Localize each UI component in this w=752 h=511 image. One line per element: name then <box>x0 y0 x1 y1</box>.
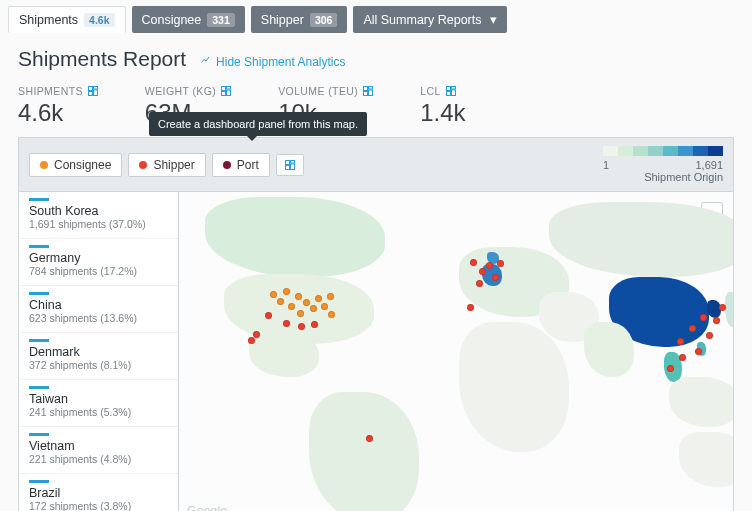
kpi-value: 1.4k <box>420 99 465 127</box>
layer-toggle-consignee[interactable]: Consignee <box>29 153 122 177</box>
dashboard-icon[interactable] <box>87 85 99 97</box>
svg-rect-16 <box>285 160 289 164</box>
list-item[interactable]: China623 shipments (13.6%) <box>19 286 178 333</box>
legend-min: 1 <box>603 159 609 171</box>
map-marker[interactable] <box>253 331 260 338</box>
map-marker[interactable] <box>248 337 255 344</box>
map-marker[interactable] <box>497 260 504 267</box>
tab-label: Consignee <box>142 13 202 27</box>
map-marker[interactable] <box>476 280 483 287</box>
map-marker[interactable] <box>310 305 317 312</box>
dashboard-icon <box>284 159 296 171</box>
list-item[interactable]: South Korea1,691 shipments (37.0%) <box>19 192 178 239</box>
svg-rect-18 <box>290 164 294 170</box>
country-name: Germany <box>29 251 168 265</box>
kpi-label: WEIGHT (KG) <box>145 85 216 97</box>
country-stats: 784 shipments (17.2%) <box>29 265 168 277</box>
svg-rect-5 <box>227 87 231 90</box>
kpi-row: SHIPMENTS4.6kWEIGHT (KG)63MVOLUME (TEU)1… <box>18 85 734 127</box>
svg-rect-2 <box>93 90 97 96</box>
tab-label: Shipper <box>261 13 304 27</box>
kpi-label: LCL <box>420 85 440 97</box>
world-map[interactable]: + − Google Map data ©2018 Terms of Use <box>179 192 733 511</box>
map-toolbar: Create a dashboard panel from this map. … <box>19 138 733 192</box>
svg-rect-11 <box>364 92 368 96</box>
accent-bar <box>29 433 49 436</box>
list-item[interactable]: Germany784 shipments (17.2%) <box>19 239 178 286</box>
legend-title: Shipment Origin <box>603 171 723 183</box>
country-list[interactable]: South Korea1,691 shipments (37.0%)German… <box>19 192 179 511</box>
tab-all-summary-reports[interactable]: All Summary Reports▾ <box>353 6 506 33</box>
map-marker[interactable] <box>713 317 720 324</box>
color-dot-icon <box>40 161 48 169</box>
map-marker[interactable] <box>467 304 474 311</box>
list-item[interactable]: Vietnam221 shipments (4.8%) <box>19 427 178 474</box>
layer-toggle-port[interactable]: Port <box>212 153 270 177</box>
country-name: China <box>29 298 168 312</box>
country-stats: 221 shipments (4.8%) <box>29 453 168 465</box>
dashboard-icon[interactable] <box>362 85 374 97</box>
list-item[interactable]: Denmark372 shipments (8.1%) <box>19 333 178 380</box>
country-name: Taiwan <box>29 392 168 406</box>
map-marker[interactable] <box>311 321 318 328</box>
region-s-america[interactable] <box>309 392 419 511</box>
map-brand: Google <box>187 504 228 511</box>
map-marker[interactable] <box>479 268 486 275</box>
map-marker[interactable] <box>719 304 726 311</box>
dashboard-icon[interactable] <box>220 85 232 97</box>
map-marker[interactable] <box>677 338 684 345</box>
map-marker[interactable] <box>283 288 290 295</box>
map-marker[interactable] <box>695 348 702 355</box>
map-marker[interactable] <box>667 365 674 372</box>
tab-count-badge: 331 <box>207 13 235 27</box>
map-marker[interactable] <box>679 354 686 361</box>
dashboard-tooltip: Create a dashboard panel from this map. <box>149 112 367 136</box>
map-marker[interactable] <box>328 311 335 318</box>
tab-consignee[interactable]: Consignee331 <box>132 6 245 33</box>
color-dot-icon <box>223 161 231 169</box>
tab-count-badge: 306 <box>310 13 338 27</box>
map-marker[interactable] <box>470 259 477 266</box>
map-marker[interactable] <box>706 332 713 339</box>
map-marker[interactable] <box>492 274 499 281</box>
country-name: Denmark <box>29 345 168 359</box>
list-item[interactable]: Taiwan241 shipments (5.3%) <box>19 380 178 427</box>
map-marker[interactable] <box>327 293 334 300</box>
layer-toggle-shipper[interactable]: Shipper <box>128 153 205 177</box>
svg-rect-15 <box>446 92 450 96</box>
choropleth-legend: 1 1,691 Shipment Origin <box>603 146 723 183</box>
svg-rect-19 <box>285 165 289 169</box>
tab-count-badge: 4.6k <box>84 13 114 27</box>
svg-rect-6 <box>227 90 231 96</box>
map-marker[interactable] <box>295 293 302 300</box>
map-marker[interactable] <box>288 303 295 310</box>
page-title: Shipments Report <box>18 47 186 71</box>
list-item[interactable]: Brazil172 shipments (3.8%) <box>19 474 178 511</box>
accent-bar <box>29 292 49 295</box>
map-marker[interactable] <box>265 312 272 319</box>
map-marker[interactable] <box>298 323 305 330</box>
map-marker[interactable] <box>315 295 322 302</box>
map-marker[interactable] <box>303 299 310 306</box>
map-marker[interactable] <box>366 435 373 442</box>
country-stats: 1,691 shipments (37.0%) <box>29 218 168 230</box>
map-marker[interactable] <box>283 320 290 327</box>
dashboard-icon[interactable] <box>445 85 457 97</box>
map-marker[interactable] <box>321 303 328 310</box>
map-marker[interactable] <box>277 298 284 305</box>
country-name: South Korea <box>29 204 168 218</box>
svg-rect-14 <box>451 90 455 96</box>
map-marker[interactable] <box>297 310 304 317</box>
map-marker[interactable] <box>689 325 696 332</box>
create-dashboard-panel-button[interactable] <box>276 154 304 176</box>
country-name: Brazil <box>29 486 168 500</box>
map-marker[interactable] <box>270 291 277 298</box>
tab-shipments[interactable]: Shipments4.6k <box>8 6 126 33</box>
map-marker[interactable] <box>700 314 707 321</box>
tab-label: All Summary Reports <box>363 13 481 27</box>
kpi-label: VOLUME (TEU) <box>278 85 358 97</box>
map-marker[interactable] <box>486 262 493 269</box>
hide-analytics-link[interactable]: Hide Shipment Analytics <box>200 54 345 69</box>
tab-shipper[interactable]: Shipper306 <box>251 6 348 33</box>
accent-bar <box>29 339 49 342</box>
